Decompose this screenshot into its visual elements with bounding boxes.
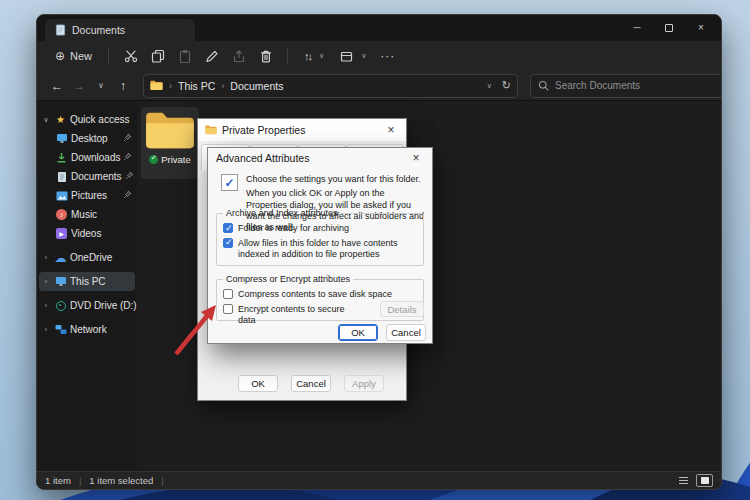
sort-button[interactable]: ↑↓ ∨ [296,44,332,68]
large-icons-view-icon [701,477,709,484]
compress-checkbox-label: Compress contents to save disk space [238,289,392,300]
close-button[interactable]: × [685,15,717,41]
back-button[interactable]: ← [47,75,67,97]
properties-cancel-button[interactable]: Cancel [291,375,331,392]
advanced-dialog-buttons: OK Cancel [338,324,426,341]
sidebar-item-network[interactable]: › Network [37,320,137,339]
advanced-cancel-button[interactable]: Cancel [386,324,426,341]
document-icon [55,24,66,36]
sidebar-item-pictures[interactable]: Pictures [37,186,137,205]
properties-ok-button[interactable]: OK [238,375,278,392]
item-count: 1 item [45,475,71,486]
documents-icon [57,171,67,183]
pin-icon [123,133,132,142]
rename-icon [205,49,219,63]
recent-locations-button[interactable]: ∨ [91,75,111,97]
network-icon [55,324,67,335]
tab-bar: Documents ─ × [37,15,721,41]
details-button[interactable]: Details [380,301,424,317]
properties-dialog-buttons: OK Cancel Apply [238,375,384,392]
private-folder-item[interactable]: Private [141,107,199,179]
sidebar-item-documents[interactable]: Documents [37,167,137,186]
archive-checkbox[interactable] [223,223,233,233]
sidebar-item-this-pc[interactable]: › This PC [39,272,135,291]
sort-icon: ↑↓ [304,50,311,62]
sidebar-item-videos[interactable]: ▶ Videos [37,224,137,243]
desktop-icon [56,133,68,144]
minimize-button[interactable]: ─ [621,15,653,41]
properties-dialog-titlebar: Private Properties × [198,119,406,141]
selected-count: 1 item selected [89,475,153,486]
toolbar-separator [287,48,288,64]
sidebar-label: Pictures [71,190,107,201]
new-button[interactable]: ⊕ New [47,44,100,68]
archive-checkbox-row: Folder is ready for archiving [223,223,417,234]
index-checkbox[interactable] [223,238,233,248]
compress-checkbox[interactable] [223,289,233,299]
chevron-right-icon: › [41,278,51,285]
copy-icon [151,49,165,63]
minimize-icon: ─ [633,23,640,33]
folder-icon [205,125,217,135]
settings-check-icon: ✓ [221,174,238,191]
address-bar[interactable]: › This PC › Documents ∨ ↻ [143,74,518,98]
forward-button[interactable]: → [69,75,89,97]
search-icon [538,80,549,91]
index-checkbox-row: Allow files in this folder to have conte… [223,238,417,260]
sidebar-label: Network [70,324,107,335]
refresh-icon[interactable]: ↻ [502,79,511,92]
command-toolbar: ⊕ New [37,41,721,71]
sidebar-item-desktop[interactable]: Desktop [37,129,137,148]
view-button[interactable]: ∨ [332,44,374,68]
paste-icon [178,49,192,63]
sidebar-item-music[interactable]: ♪ Music [37,205,137,224]
address-row: ← → ∨ ↑ › This PC › Documents ∨ ↻ [37,71,721,101]
more-icon: ··· [380,49,395,63]
folder-name: Private [161,154,191,165]
maximize-button[interactable] [653,15,685,41]
up-icon: ↑ [120,79,126,93]
advanced-ok-button[interactable]: OK [338,324,378,341]
address-dropdown-chevron[interactable]: ∨ [487,82,492,90]
view-toggles [675,474,713,487]
close-icon[interactable]: × [408,151,424,165]
archive-checkbox-label: Folder is ready for archiving [238,223,349,234]
breadcrumb-this-pc[interactable]: This PC [178,80,215,92]
desktop: Documents ─ × ⊕ New [0,0,750,500]
sidebar-label: Documents [71,171,122,182]
delete-button[interactable] [252,44,279,68]
sync-status-icon [149,155,158,164]
cut-button[interactable] [117,44,144,68]
sidebar-item-dvd-drive[interactable]: › DVD Drive (D:) ESD-I [37,296,137,315]
sidebar-label: Downloads [71,152,120,163]
share-button[interactable] [225,44,252,68]
onedrive-cloud-icon: ☁ [55,251,67,265]
sidebar-item-onedrive[interactable]: › ☁ OneDrive [37,248,137,267]
explorer-tab-documents[interactable]: Documents [45,19,195,41]
more-options-button[interactable]: ··· [374,44,401,68]
sidebar-label: Music [71,209,97,220]
chevron-right-icon: › [41,326,51,333]
search-input[interactable] [555,80,715,91]
status-bar: 1 item | 1 item selected | [37,471,721,489]
copy-button[interactable] [144,44,171,68]
breadcrumb-documents[interactable]: Documents [230,80,283,92]
folder-icon [150,80,163,91]
chevron-right-icon: › [41,254,51,261]
encrypt-checkbox[interactable] [223,304,233,314]
paste-button[interactable] [171,44,198,68]
sidebar-label: Videos [71,228,101,239]
close-icon[interactable]: × [383,123,399,137]
sidebar-label: DVD Drive (D:) ESD-I [70,300,137,311]
properties-apply-button[interactable]: Apply [344,375,384,392]
sidebar-label: OneDrive [70,252,112,263]
sidebar-label: Desktop [71,133,108,144]
details-view-button[interactable] [675,474,692,487]
folder-icon [144,110,196,152]
sidebar-item-downloads[interactable]: Downloads [37,148,137,167]
rename-button[interactable] [198,44,225,68]
large-icons-view-button[interactable] [696,474,713,487]
sidebar-item-quick-access[interactable]: ∨ ★ Quick access [37,110,137,129]
up-button[interactable]: ↑ [113,75,133,97]
pin-icon [123,190,132,199]
